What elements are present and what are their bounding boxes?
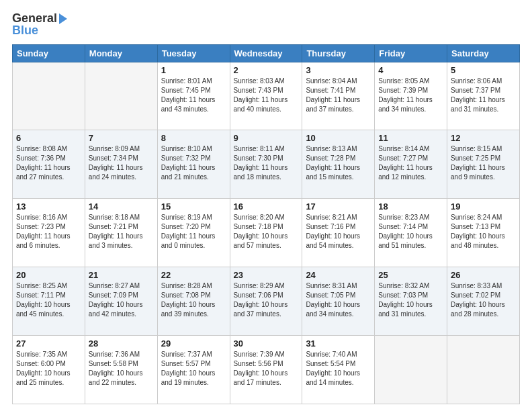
cell-info: Sunrise: 8:29 AM Sunset: 7:06 PM Dayligh…	[234, 281, 299, 319]
calendar-week-row: 13Sunrise: 8:16 AM Sunset: 7:23 PM Dayli…	[13, 199, 520, 267]
cell-info: Sunrise: 8:05 AM Sunset: 7:39 PM Dayligh…	[378, 77, 443, 114]
cell-info: Sunrise: 8:25 AM Sunset: 7:11 PM Dayligh…	[16, 281, 81, 319]
calendar-cell: 12Sunrise: 8:15 AM Sunset: 7:25 PM Dayli…	[447, 130, 520, 199]
calendar-cell: 22Sunrise: 8:28 AM Sunset: 7:08 PM Dayli…	[157, 267, 230, 336]
calendar-cell: 23Sunrise: 8:29 AM Sunset: 7:06 PM Dayli…	[230, 267, 302, 336]
day-number: 17	[306, 201, 371, 212]
cell-info: Sunrise: 7:40 AM Sunset: 5:54 PM Dayligh…	[306, 350, 371, 387]
day-number: 25	[378, 270, 443, 280]
calendar-cell: 7Sunrise: 8:09 AM Sunset: 7:34 PM Daylig…	[85, 130, 157, 199]
cell-info: Sunrise: 7:37 AM Sunset: 5:57 PM Dayligh…	[161, 350, 226, 387]
day-number: 20	[16, 270, 81, 280]
calendar-cell: 24Sunrise: 8:31 AM Sunset: 7:05 PM Dayli…	[302, 267, 375, 336]
calendar-cell: 6Sunrise: 8:08 AM Sunset: 7:36 PM Daylig…	[13, 130, 85, 199]
day-number: 4	[378, 65, 443, 75]
calendar-week-row: 1Sunrise: 8:01 AM Sunset: 7:45 PM Daylig…	[13, 62, 520, 130]
calendar-cell: 11Sunrise: 8:14 AM Sunset: 7:27 PM Dayli…	[375, 130, 447, 199]
calendar-cell	[375, 336, 447, 404]
cell-info: Sunrise: 8:19 AM Sunset: 7:20 PM Dayligh…	[161, 213, 226, 250]
cell-info: Sunrise: 8:08 AM Sunset: 7:36 PM Dayligh…	[16, 144, 81, 182]
calendar-cell	[85, 62, 157, 130]
calendar-week-row: 6Sunrise: 8:08 AM Sunset: 7:36 PM Daylig…	[13, 130, 520, 199]
cell-info: Sunrise: 8:06 AM Sunset: 7:37 PM Dayligh…	[451, 77, 516, 114]
weekday-header: Wednesday	[230, 44, 302, 62]
day-number: 19	[451, 201, 516, 212]
day-number: 29	[161, 338, 226, 349]
cell-info: Sunrise: 8:04 AM Sunset: 7:41 PM Dayligh…	[306, 77, 371, 114]
cell-info: Sunrise: 8:16 AM Sunset: 7:23 PM Dayligh…	[16, 213, 81, 250]
day-number: 3	[306, 65, 371, 75]
header: General Blue	[12, 12, 520, 38]
calendar-cell: 4Sunrise: 8:05 AM Sunset: 7:39 PM Daylig…	[375, 62, 447, 130]
day-number: 11	[378, 133, 443, 143]
weekday-header: Tuesday	[157, 44, 230, 62]
day-number: 23	[234, 270, 299, 280]
logo: General Blue	[12, 12, 67, 38]
calendar-cell: 16Sunrise: 8:20 AM Sunset: 7:18 PM Dayli…	[230, 199, 302, 267]
calendar-cell: 21Sunrise: 8:27 AM Sunset: 7:09 PM Dayli…	[85, 267, 157, 336]
day-number: 7	[89, 133, 154, 143]
calendar-cell: 10Sunrise: 8:13 AM Sunset: 7:28 PM Dayli…	[302, 130, 375, 199]
calendar-cell: 25Sunrise: 8:32 AM Sunset: 7:03 PM Dayli…	[375, 267, 447, 336]
cell-info: Sunrise: 8:21 AM Sunset: 7:16 PM Dayligh…	[306, 213, 371, 250]
calendar-cell: 20Sunrise: 8:25 AM Sunset: 7:11 PM Dayli…	[13, 267, 85, 336]
weekday-header: Monday	[85, 44, 157, 62]
cell-info: Sunrise: 8:11 AM Sunset: 7:30 PM Dayligh…	[234, 144, 299, 182]
calendar-cell: 31Sunrise: 7:40 AM Sunset: 5:54 PM Dayli…	[302, 336, 375, 404]
cell-info: Sunrise: 8:20 AM Sunset: 7:18 PM Dayligh…	[234, 213, 299, 250]
calendar-cell: 2Sunrise: 8:03 AM Sunset: 7:43 PM Daylig…	[230, 62, 302, 130]
cell-info: Sunrise: 7:39 AM Sunset: 5:56 PM Dayligh…	[234, 350, 299, 387]
calendar-cell: 5Sunrise: 8:06 AM Sunset: 7:37 PM Daylig…	[447, 62, 520, 130]
cell-info: Sunrise: 8:23 AM Sunset: 7:14 PM Dayligh…	[378, 213, 443, 250]
day-number: 21	[89, 270, 154, 280]
cell-info: Sunrise: 7:35 AM Sunset: 6:00 PM Dayligh…	[16, 350, 81, 387]
day-number: 2	[234, 65, 299, 75]
calendar-cell: 14Sunrise: 8:18 AM Sunset: 7:21 PM Dayli…	[85, 199, 157, 267]
day-number: 30	[234, 338, 299, 349]
calendar-cell: 17Sunrise: 8:21 AM Sunset: 7:16 PM Dayli…	[302, 199, 375, 267]
cell-info: Sunrise: 8:18 AM Sunset: 7:21 PM Dayligh…	[89, 213, 154, 250]
cell-info: Sunrise: 8:33 AM Sunset: 7:02 PM Dayligh…	[451, 281, 516, 319]
calendar-cell	[447, 336, 520, 404]
cell-info: Sunrise: 8:13 AM Sunset: 7:28 PM Dayligh…	[306, 144, 371, 182]
day-number: 28	[89, 338, 154, 349]
cell-info: Sunrise: 7:36 AM Sunset: 5:58 PM Dayligh…	[89, 350, 154, 387]
day-number: 12	[451, 133, 516, 143]
day-number: 6	[16, 133, 81, 143]
calendar-cell: 30Sunrise: 7:39 AM Sunset: 5:56 PM Dayli…	[230, 336, 302, 404]
cell-info: Sunrise: 8:28 AM Sunset: 7:08 PM Dayligh…	[161, 281, 226, 319]
header-row: SundayMondayTuesdayWednesdayThursdayFrid…	[13, 44, 520, 62]
day-number: 27	[16, 338, 81, 349]
logo-blue: Blue	[12, 24, 67, 38]
day-number: 10	[306, 133, 371, 143]
page: General Blue SundayMondayTuesdayWednesda…	[0, 0, 532, 411]
cell-info: Sunrise: 8:03 AM Sunset: 7:43 PM Dayligh…	[234, 77, 299, 114]
cell-info: Sunrise: 8:15 AM Sunset: 7:25 PM Dayligh…	[451, 144, 516, 182]
calendar-cell: 28Sunrise: 7:36 AM Sunset: 5:58 PM Dayli…	[85, 336, 157, 404]
calendar-cell: 15Sunrise: 8:19 AM Sunset: 7:20 PM Dayli…	[157, 199, 230, 267]
day-number: 24	[306, 270, 371, 280]
day-number: 31	[306, 338, 371, 349]
calendar-cell: 9Sunrise: 8:11 AM Sunset: 7:30 PM Daylig…	[230, 130, 302, 199]
logo-arrow-icon	[59, 13, 67, 24]
day-number: 9	[234, 133, 299, 143]
calendar-cell: 3Sunrise: 8:04 AM Sunset: 7:41 PM Daylig…	[302, 62, 375, 130]
weekday-header: Friday	[375, 44, 447, 62]
weekday-header: Saturday	[447, 44, 520, 62]
day-number: 1	[161, 65, 226, 75]
cell-info: Sunrise: 8:32 AM Sunset: 7:03 PM Dayligh…	[378, 281, 443, 319]
calendar-cell: 27Sunrise: 7:35 AM Sunset: 6:00 PM Dayli…	[13, 336, 85, 404]
weekday-header: Thursday	[302, 44, 375, 62]
calendar-cell: 1Sunrise: 8:01 AM Sunset: 7:45 PM Daylig…	[157, 62, 230, 130]
cell-info: Sunrise: 8:24 AM Sunset: 7:13 PM Dayligh…	[451, 213, 516, 250]
calendar-week-row: 27Sunrise: 7:35 AM Sunset: 6:00 PM Dayli…	[13, 336, 520, 404]
day-number: 5	[451, 65, 516, 75]
cell-info: Sunrise: 8:09 AM Sunset: 7:34 PM Dayligh…	[89, 144, 154, 182]
day-number: 13	[16, 201, 81, 212]
cell-info: Sunrise: 8:14 AM Sunset: 7:27 PM Dayligh…	[378, 144, 443, 182]
cell-info: Sunrise: 8:10 AM Sunset: 7:32 PM Dayligh…	[161, 144, 226, 182]
cell-info: Sunrise: 8:27 AM Sunset: 7:09 PM Dayligh…	[89, 281, 154, 319]
calendar-cell: 13Sunrise: 8:16 AM Sunset: 7:23 PM Dayli…	[13, 199, 85, 267]
day-number: 26	[451, 270, 516, 280]
day-number: 18	[378, 201, 443, 212]
